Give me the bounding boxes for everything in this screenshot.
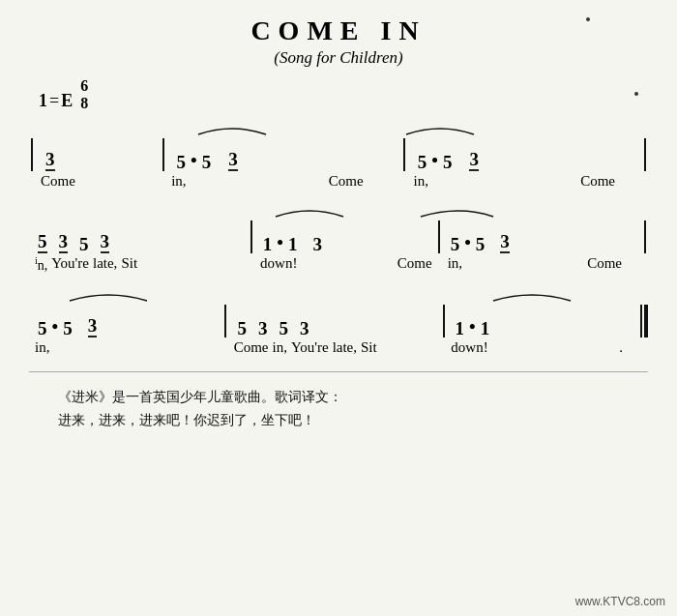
n3-b8b: 3 — [300, 304, 309, 337]
dot-b9: • — [469, 301, 476, 337]
n5-b6b: 5 — [476, 220, 486, 253]
time-top: 6 — [80, 77, 88, 95]
lyrics-row-3: in, Come in, You're late, Sit down! . — [29, 337, 648, 356]
n3-b7: 3 — [88, 301, 98, 337]
bar4-notes: 5 3 5 — [29, 217, 249, 253]
lyrics-bar9: down! . — [445, 339, 640, 356]
lyric-in4: in, — [448, 255, 462, 272]
footnote-line-1: 《进米》是一首英国少年儿童歌曲。歌词译文： — [58, 386, 648, 409]
key-number: 1 — [39, 91, 47, 111]
lyrics-bar3: in, Come — [406, 173, 644, 190]
lyric-sit2: Sit — [361, 339, 377, 356]
note-5b-bar2: 5 — [202, 137, 212, 171]
music-line-2: 5 3 5 — [29, 203, 648, 274]
lyric-dot: . — [619, 339, 623, 356]
barline8 — [443, 305, 445, 337]
n1-b5b: 1 — [288, 220, 298, 253]
note-3-bar1: 3 — [45, 134, 55, 171]
final-barline — [640, 305, 648, 337]
lyric-youre2: You're — [291, 339, 329, 356]
page: COME IN (Song for Children) 1 = E 6 8 — [0, 0, 677, 616]
n1-b9b: 1 — [481, 304, 490, 337]
n5-b8b: 5 — [279, 304, 288, 337]
bar8-notes: 5 3 5 3 — [228, 304, 440, 337]
time-signature: 6 8 — [80, 77, 88, 111]
bar9-notes: 1 • 1 — [447, 301, 640, 337]
barline3 — [644, 138, 646, 171]
lyric-come4: Come — [397, 255, 432, 272]
bar3-notes: 5 • 5 3 — [407, 134, 642, 171]
n1-b9a: 1 — [456, 304, 465, 337]
n5-b8a: 5 — [237, 304, 247, 337]
n5-b7a: 5 — [38, 304, 47, 337]
n3-b5: 3 — [313, 220, 323, 253]
notes-content-3: 5 • 5 3 — [29, 287, 648, 337]
barline5 — [438, 220, 440, 253]
n1-b5a: 1 — [263, 220, 273, 253]
lyric-come3: Come — [580, 173, 615, 190]
dot-b5: • — [277, 217, 283, 253]
n3-b4b: 3 — [101, 217, 110, 253]
lyrics-bar2: in, Come — [163, 173, 401, 190]
lyrics-bar4: in, You're late, Sit — [29, 255, 250, 274]
lyrics-row-1: Come in, Come in, Come — [29, 171, 648, 190]
dot-b7: • — [52, 301, 59, 337]
dot-bar3: • — [431, 134, 438, 171]
lyric-late: late, — [93, 255, 117, 274]
lyric-youre: You're — [51, 255, 89, 274]
page-subtitle: (Song for Children) — [29, 48, 648, 68]
key-signature: 1 = E 6 8 — [29, 77, 648, 111]
decor-dot-2 — [634, 92, 638, 96]
lyric-down1: down! — [260, 255, 297, 272]
note-3-bar3: 3 — [469, 134, 479, 171]
lyric-come5: Come — [587, 255, 622, 272]
bar7-notes: 5 • 5 3 — [29, 301, 222, 337]
lyric-down2: down! — [451, 339, 487, 356]
note-3-bar2: 3 — [228, 134, 238, 171]
notes-row-2: 5 3 5 — [29, 203, 648, 253]
dot-b6: • — [464, 217, 471, 253]
bar2-notes: 5 • 5 3 — [166, 134, 401, 171]
dot-bar2: • — [191, 134, 197, 171]
lyric-come1: Come — [41, 173, 75, 190]
music-line-3: 5 • 5 3 — [29, 287, 648, 356]
watermark: www.KTVC8.com — [575, 595, 665, 608]
n5-b6a: 5 — [451, 220, 460, 253]
barline2 — [403, 138, 405, 171]
lyric-come6: Come — [234, 339, 269, 356]
footer-section: 《进米》是一首英国少年儿童歌曲。歌词译文： 进来，进来，进来吧！你迟到了，坐下吧… — [29, 386, 648, 432]
key-letter: E — [61, 91, 73, 111]
lyric-in1: in, — [171, 173, 186, 190]
n3-b6: 3 — [500, 217, 510, 253]
n3-b8a: 3 — [258, 304, 268, 337]
lyrics-bar1: Come — [33, 173, 160, 190]
lyric-late2: late, — [333, 339, 357, 356]
note-5a-bar3: 5 — [418, 137, 427, 171]
page-title: COME IN — [29, 15, 648, 46]
lyrics-row-2: in, You're late, Sit down! Come in, Come — [29, 253, 648, 274]
footnote-line-2: 进来，进来，进来吧！你迟到了，坐下吧！ — [58, 409, 648, 432]
divider — [29, 371, 648, 372]
notes-row-3: 5 • 5 3 — [29, 287, 648, 337]
barline4 — [250, 220, 252, 253]
lyrics-bar7: in, — [29, 339, 224, 356]
barline6 — [644, 220, 646, 253]
equals-sign: = — [49, 91, 59, 111]
lyric-in3: in, — [35, 255, 47, 274]
bar5-notes: 1 • 1 3 — [254, 217, 436, 253]
time-bottom: 8 — [80, 95, 88, 112]
lyrics-bar6: in, Come — [442, 255, 644, 272]
barline7 — [224, 305, 226, 337]
n5-b7b: 5 — [63, 304, 73, 337]
lyrics-bar5: down! Come — [254, 255, 438, 272]
n3-b4a: 3 — [59, 217, 69, 253]
lyric-in6: in, — [273, 339, 287, 356]
music-line-1: 3 5 • 5 — [29, 121, 648, 190]
bar1-notes: 3 — [35, 134, 161, 171]
lyric-sit: Sit — [121, 255, 137, 274]
lyrics-bar8: Come in, You're late, Sit — [228, 339, 442, 356]
decor-dot-1 — [586, 17, 590, 21]
notes-content-1: 3 5 • 5 — [29, 121, 648, 171]
n5-b4b: 5 — [79, 220, 89, 253]
lyric-in5: in, — [35, 339, 49, 356]
